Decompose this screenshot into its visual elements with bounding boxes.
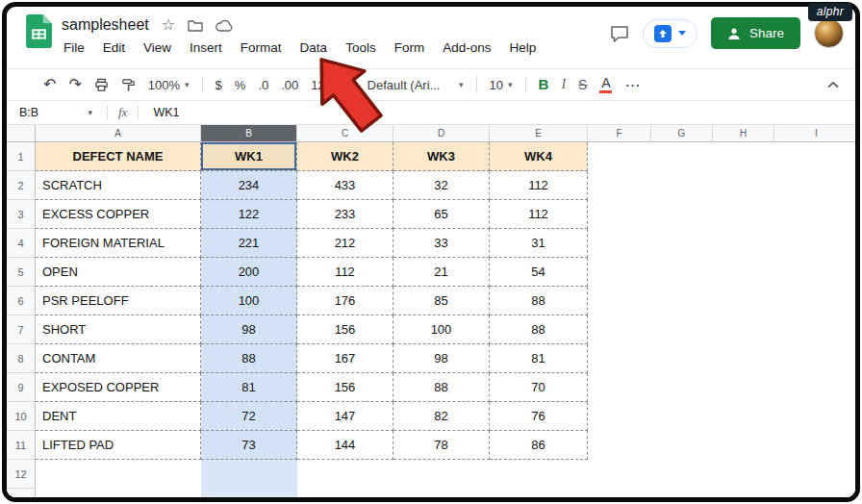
cell-E13[interactable]	[490, 489, 588, 497]
cell-I4[interactable]	[774, 229, 855, 258]
row-header-8[interactable]: 8	[7, 344, 36, 373]
cell-G8[interactable]	[651, 344, 713, 373]
menu-data[interactable]: Data	[292, 38, 336, 57]
cell-B13[interactable]	[201, 489, 297, 497]
cell-H8[interactable]	[713, 344, 774, 373]
cell-G5[interactable]	[651, 258, 713, 287]
row-header-11[interactable]: 11	[7, 431, 36, 460]
column-header-A[interactable]: A	[36, 125, 201, 142]
cell-C3[interactable]: 233	[297, 200, 393, 229]
print-icon[interactable]	[94, 78, 109, 92]
cell-I12[interactable]	[774, 460, 855, 489]
cell-B7[interactable]: 98	[201, 315, 297, 344]
cell-A1[interactable]: DEFECT NAME	[36, 142, 201, 171]
cell-A12[interactable]	[36, 460, 201, 489]
cell-A10[interactable]: DENT	[36, 402, 201, 431]
cell-F6[interactable]	[588, 287, 651, 315]
sheets-logo-icon[interactable]	[26, 14, 52, 52]
menu-view[interactable]: View	[136, 38, 179, 57]
cell-A7[interactable]: SHORT	[36, 315, 201, 344]
cell-H3[interactable]	[713, 200, 774, 229]
cell-H5[interactable]	[713, 258, 774, 287]
cell-D1[interactable]: WK3	[393, 142, 490, 171]
cell-C8[interactable]: 167	[297, 344, 393, 373]
cell-F9[interactable]	[588, 373, 651, 402]
menu-format[interactable]: Format	[233, 38, 290, 57]
cell-H12[interactable]	[713, 460, 774, 489]
cell-C10[interactable]: 147	[297, 402, 393, 431]
menu-file[interactable]: File	[56, 38, 92, 57]
cell-E6[interactable]: 88	[490, 287, 588, 315]
text-color-button[interactable]: A	[599, 76, 612, 94]
cell-D2[interactable]: 32	[393, 171, 490, 200]
cell-G2[interactable]	[651, 171, 713, 200]
cell-B6[interactable]: 100	[201, 287, 297, 315]
cell-D10[interactable]: 82	[393, 402, 490, 431]
row-header-1[interactable]: 1	[7, 142, 36, 171]
cell-A11[interactable]: LIFTED PAD	[36, 431, 201, 460]
cell-D13[interactable]	[393, 489, 490, 497]
font-size-select[interactable]: 10▾	[490, 78, 513, 92]
menu-addons[interactable]: Add-ons	[435, 38, 498, 57]
cell-E4[interactable]: 31	[490, 229, 588, 258]
cell-G6[interactable]	[651, 287, 713, 315]
cell-A6[interactable]: PSR PEELOFF	[36, 287, 201, 315]
menu-edit[interactable]: Edit	[95, 38, 133, 57]
cell-G13[interactable]	[651, 489, 713, 497]
cell-I10[interactable]	[774, 402, 855, 431]
cell-G7[interactable]	[651, 315, 713, 344]
cell-E8[interactable]: 81	[490, 344, 588, 373]
column-header-H[interactable]: H	[713, 125, 774, 142]
cell-A4[interactable]: FOREIGN MATERIAL	[36, 229, 201, 258]
cell-I2[interactable]	[774, 171, 855, 200]
cell-H1[interactable]	[713, 142, 774, 171]
cell-G10[interactable]	[651, 402, 713, 431]
collapse-toolbar-icon[interactable]	[826, 81, 840, 88]
bold-button[interactable]: B	[539, 77, 549, 92]
cell-F12[interactable]	[588, 460, 651, 489]
cell-F3[interactable]	[588, 200, 651, 229]
cell-H7[interactable]	[713, 315, 774, 344]
cell-F11[interactable]	[588, 431, 651, 460]
italic-button[interactable]: I	[561, 78, 566, 92]
cell-A3[interactable]: EXCESS COPPER	[36, 200, 201, 229]
column-header-I[interactable]: I	[774, 125, 855, 142]
cell-B10[interactable]: 72	[201, 402, 297, 431]
cell-F2[interactable]	[588, 171, 651, 200]
cell-D11[interactable]: 78	[393, 431, 490, 460]
menu-form[interactable]: Form	[387, 38, 433, 57]
decrease-decimal-button[interactable]: .0	[258, 78, 268, 92]
cell-G1[interactable]	[651, 142, 713, 171]
cell-C5[interactable]: 112	[297, 258, 393, 287]
cell-H11[interactable]	[713, 431, 774, 460]
column-header-F[interactable]: F	[588, 125, 651, 142]
cell-D3[interactable]: 65	[393, 200, 490, 229]
cell-C4[interactable]: 212	[297, 229, 393, 258]
cell-E12[interactable]	[490, 460, 588, 489]
cell-D4[interactable]: 33	[393, 229, 490, 258]
cell-I13[interactable]	[774, 489, 855, 497]
present-button[interactable]	[643, 19, 697, 48]
font-select[interactable]: Default (Ari...▾	[368, 78, 464, 92]
cell-C9[interactable]: 156	[297, 373, 393, 402]
cell-D6[interactable]: 85	[393, 287, 490, 315]
cell-B2[interactable]: 234	[201, 171, 297, 200]
paint-format-icon[interactable]	[121, 78, 136, 92]
cell-D5[interactable]: 21	[393, 258, 490, 287]
more-toolbar-options-icon[interactable]: ⋯	[624, 76, 641, 94]
cell-E3[interactable]: 112	[490, 200, 588, 229]
cell-B11[interactable]: 73	[201, 431, 297, 460]
cell-A2[interactable]: SCRATCH	[36, 171, 201, 200]
cell-E5[interactable]: 54	[490, 258, 588, 287]
cell-H13[interactable]	[713, 489, 774, 497]
cell-H2[interactable]	[713, 171, 774, 200]
cell-C11[interactable]: 144	[297, 431, 393, 460]
cell-F7[interactable]	[588, 315, 651, 344]
cell-B4[interactable]: 221	[201, 229, 297, 258]
cell-G9[interactable]	[651, 373, 713, 402]
cell-F10[interactable]	[588, 402, 651, 431]
increase-decimal-button[interactable]: .00	[281, 78, 298, 92]
row-header-10[interactable]: 10	[7, 402, 36, 431]
column-header-C[interactable]: C	[297, 125, 393, 142]
cell-F4[interactable]	[588, 229, 651, 258]
